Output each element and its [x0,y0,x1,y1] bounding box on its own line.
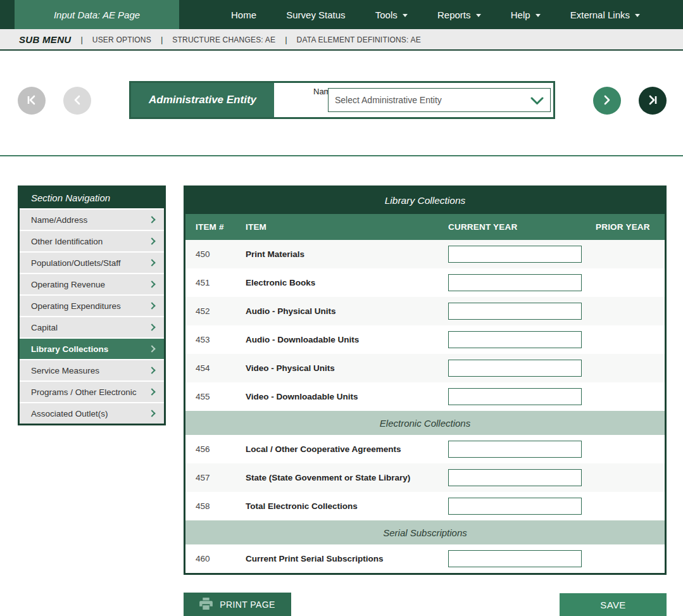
sidebar-item-programs-other-electronic[interactable]: Programs / Other Electronic [20,380,164,402]
dropdown-caret-icon [403,14,408,17]
item-number: 452 [185,306,246,316]
submenu-separator: | [161,35,163,44]
current-year-input-456[interactable] [448,441,582,458]
submenu-link-user-options[interactable]: USER OPTIONS [92,35,151,44]
library-collections-table: Library Collections ITEM # ITEM CURRENT … [184,185,667,575]
print-page-button[interactable]: PRINT PAGE [184,593,291,616]
entity-name-field: Name Select Administrative Entity [274,83,553,117]
print-page-label: PRINT PAGE [220,600,275,610]
current-year-input-457[interactable] [448,469,582,486]
sidebar-item-label: Operating Revenue [31,280,105,289]
chevron-right-icon [148,259,155,266]
sidebar-item-label: Programs / Other Electronic [31,387,137,397]
sidebar-item-associated-outlet-s-[interactable]: Associated Outlet(s) [20,402,164,424]
current-year-input-460[interactable] [448,550,582,567]
table-title: Library Collections [185,187,665,214]
chevron-right-icon [148,367,155,374]
administrative-entity-group: Administrative Entity Name Select Admini… [129,81,555,119]
dropdown-caret-icon [635,14,640,17]
chevron-right-icon [148,302,155,309]
sidebar-item-label: Population/Outlets/Staff [31,258,121,268]
table-rows: 450Print Materials451Electronic Books452… [185,240,665,573]
sidebar-item-label: Service Measures [31,366,99,375]
main-content: Section Navigation Name/AddressOther Ide… [18,185,667,575]
chevron-right-icon [148,345,155,352]
sidebar-item-operating-revenue[interactable]: Operating Revenue [20,273,164,294]
item-number: 454 [185,363,246,373]
save-button[interactable]: SAVE [560,593,667,616]
sidebar-items: Name/AddressOther IdentificationPopulati… [20,208,164,424]
table-row-452: 452Audio - Physical Units [185,297,665,325]
nav-menu: HomeSurvey StatusToolsReportsHelpExterna… [179,0,683,29]
table-column-header: ITEM # ITEM CURRENT YEAR PRIOR YEAR [185,214,665,240]
table-section-header-electronic-collections: Electronic Collections [185,411,665,435]
sidebar-item-label: Capital [31,323,58,332]
current-year-input-453[interactable] [448,331,582,348]
item-number: 456 [185,444,246,454]
col-current-year: CURRENT YEAR [448,222,596,232]
item-label: Total Electronic Collections [246,501,448,511]
sidebar-item-population-outlets-staff[interactable]: Population/Outlets/Staff [20,251,164,273]
item-label: Print Materials [246,249,448,259]
col-item-number: ITEM # [185,222,246,232]
current-year-input-458[interactable] [448,498,582,515]
nav-item-label: Survey Status [286,9,345,20]
current-year-input-452[interactable] [448,303,582,320]
first-record-button[interactable] [18,87,46,115]
nav-item-external-links[interactable]: External Links [570,9,640,20]
nav-item-label: Help [511,9,530,20]
item-number: 458 [185,501,246,511]
item-label: Video - Physical Units [246,363,448,373]
nav-item-survey-status[interactable]: Survey Status [286,9,345,20]
table-row-460: 460Current Print Serial Subscriptions [185,544,665,573]
chevron-right-icon [148,216,155,223]
page: Input Data: AE Page HomeSurvey StatusToo… [0,0,683,616]
sidebar-title: Section Navigation [20,187,164,208]
submenu-link-structure-changes-ae[interactable]: STRUCTURE CHANGES: AE [172,35,275,44]
item-label: Local / Other Cooperative Agreements [246,444,448,454]
nav-item-home[interactable]: Home [231,9,256,20]
last-page-icon [646,94,659,108]
col-item: ITEM [246,222,448,232]
submenu-link-data-element-definitions-ae[interactable]: DATA ELEMENT DEFINITIONS: AE [297,35,421,44]
nav-item-help[interactable]: Help [511,9,541,20]
nav-item-label: Home [231,9,256,20]
nav-item-label: Tools [375,9,398,20]
previous-icon [73,94,82,108]
item-number: 455 [185,392,246,401]
nav-item-label: External Links [570,9,630,20]
item-label: Electronic Books [246,278,448,287]
sidebar-item-service-measures[interactable]: Service Measures [20,359,164,380]
current-year-input-450[interactable] [448,246,582,263]
administrative-entity-select[interactable]: Select Administrative Entity [328,88,551,112]
chevron-right-icon [148,410,155,417]
sidebar-item-label: Operating Expenditures [31,301,121,311]
sidebar-item-library-collections[interactable]: Library Collections [20,337,164,359]
printer-icon [199,598,213,612]
chevron-right-icon [148,280,155,287]
last-record-button[interactable] [639,87,667,115]
next-record-button[interactable] [593,87,621,115]
nav-tab-input-data-ae-page[interactable]: Input Data: AE Page [15,0,179,29]
sidebar-item-name-address[interactable]: Name/Address [20,208,164,230]
current-year-input-455[interactable] [448,388,582,405]
sidebar-item-label: Other Identification [31,237,103,246]
col-prior-year: PRIOR YEAR [596,222,665,232]
chevron-right-icon [148,324,155,330]
current-year-input-454[interactable] [448,360,582,377]
next-icon [603,94,611,108]
nav-item-tools[interactable]: Tools [375,9,408,20]
current-year-input-451[interactable] [448,274,582,291]
item-number: 457 [185,473,246,482]
table-row-457: 457State (State Govenment or State Libra… [185,463,665,492]
nav-item-reports[interactable]: Reports [437,9,481,20]
submenu-separator: | [285,35,287,44]
table-row-450: 450Print Materials [185,240,665,268]
sidebar-item-capital[interactable]: Capital [20,316,164,337]
sidebar-item-operating-expenditures[interactable]: Operating Expenditures [20,294,164,316]
sidebar-item-other-identification[interactable]: Other Identification [20,230,164,251]
item-number: 460 [185,554,246,563]
dropdown-caret-icon [536,14,541,17]
previous-record-button[interactable] [63,87,91,115]
dropdown-caret-icon [476,14,481,17]
